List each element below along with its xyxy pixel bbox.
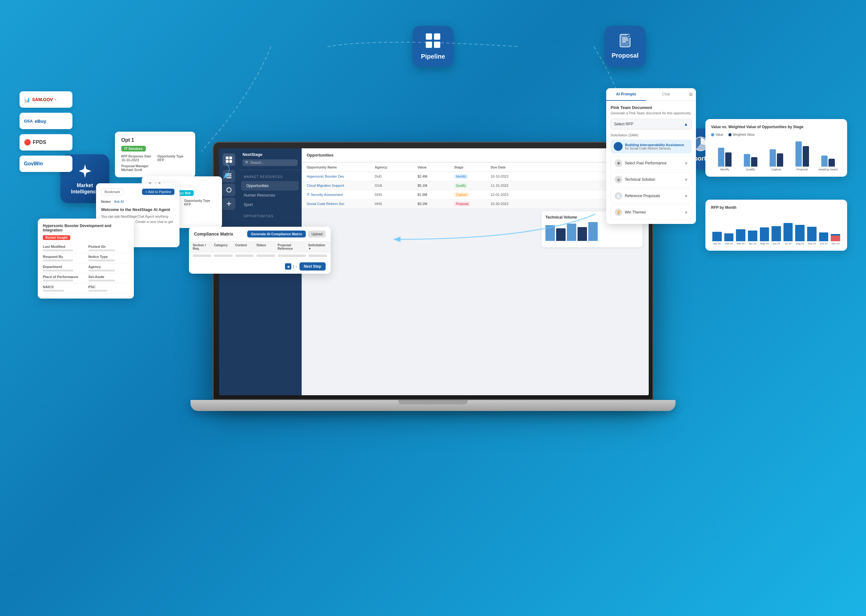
rfp-by-month-chart-card: RFP by Month Jan 24 Feb 24 Mar 24 Apr 24… (706, 200, 847, 251)
opt2-type-label: Opportunity Type (184, 199, 211, 203)
screen-main-content: Opportunities + Add Opportunity Name Age… (302, 148, 649, 395)
screen-topbar: Opportunities + Add (302, 148, 649, 162)
fpds-logo: 🔴 FPDS (19, 134, 72, 151)
pipeline-icon-box: Pipeline (413, 26, 453, 67)
ai-prompts-tab[interactable]: AI Prompts (606, 88, 646, 101)
ebuy-logo: GSA eBuy (19, 113, 72, 129)
next-step-btn[interactable]: Next Step (300, 262, 325, 270)
ref-proposals-item[interactable]: 📄 Reference Proposals ▾ (611, 189, 691, 203)
ebuy-text: eBuy (35, 118, 46, 124)
ai-doc-subtitle: Generate a Pink Team document for this o… (611, 111, 692, 115)
svg-rect-17 (226, 175, 231, 176)
sam-gov-text: SAM.GOV (32, 97, 53, 102)
win-themes-item[interactable]: 🏆 Win Themes ▾ (611, 205, 691, 219)
legend-weighted: Weighted Value (733, 133, 755, 137)
svg-rect-16 (226, 173, 231, 174)
svg-rect-0 (426, 33, 432, 40)
compliance-title: Compliance Matrix (194, 231, 233, 237)
nav-item-3[interactable] (223, 198, 235, 210)
opt1-pm-name: Michael Scott (121, 168, 189, 171)
bookmark-btn[interactable]: Bookmark (101, 188, 124, 195)
pipeline-icon (425, 33, 441, 52)
govwin-text: GovWin (24, 161, 43, 167)
proposal-icon-box: Proposal (605, 26, 646, 67)
nav-item-1[interactable] (223, 170, 235, 182)
svg-rect-1 (434, 33, 440, 40)
nav-opportunities[interactable]: Opportunities (241, 181, 299, 190)
svg-marker-11 (79, 164, 91, 178)
chart2-title: RFP by Month (711, 205, 841, 210)
select-rfp-value: Select RFP (614, 122, 633, 126)
table-row[interactable]: Social Code Reform Svc HHS $3.2M Proposa… (302, 200, 649, 209)
svg-rect-3 (434, 42, 440, 48)
nav-human-resources[interactable]: Human Resources (239, 190, 301, 200)
select-rfp-dropdown[interactable]: Select RFP ▲ (611, 119, 692, 129)
compliance-matrix-card: Compliance Matrix Generate AI Compliance… (189, 227, 331, 274)
sam-gov-logo: 📊 SAM.GOV ⭑ (19, 91, 72, 108)
search-bar[interactable]: 🔍 Search... (242, 159, 298, 166)
notes-label: Notes (101, 200, 111, 203)
nextstage-brand: NextStage (242, 152, 298, 157)
svg-rect-13 (229, 157, 232, 159)
chat-tab[interactable]: Chat (646, 88, 686, 100)
generate-compliance-btn[interactable]: Generate AI Compliance Matrix (247, 231, 306, 237)
upload-btn[interactable]: Upload (308, 231, 325, 237)
opt1-card: Opt 1 IT Services RFP Response Date 10-1… (115, 132, 195, 177)
govwin-logo: GovWin (19, 156, 72, 172)
rp-label: Reference Proposals (625, 194, 660, 198)
laptop-base (190, 400, 676, 411)
ai-doc-title: Pink Team Document (611, 105, 692, 110)
svg-rect-14 (226, 160, 229, 163)
svg-rect-12 (226, 157, 229, 159)
welcome-title: Welcome to the NextStage AI Agent (101, 207, 174, 212)
chart1-title: Value vs. Weighted Value of Opportunitie… (711, 125, 841, 129)
notes-value: Ask AI (114, 200, 124, 203)
add-to-pipeline-btn[interactable]: + Add to Pipeline (142, 189, 174, 195)
pipeline-label: Pipeline (421, 53, 445, 60)
laptop: NextStage 🔍 Search... Market Resources O… (212, 142, 654, 425)
proposal-icon (618, 34, 632, 51)
ts-label: Technical Solution (625, 177, 655, 182)
table-row[interactable]: Cloud Migration Support GSA $5.1M Qualif… (302, 181, 649, 190)
legend-value: Value (715, 133, 723, 137)
nav-item-2[interactable] (223, 184, 235, 196)
solicitation-label: Solicitation (SAM) (611, 133, 692, 137)
hypersonic-card: Hypersonic Booster Development and Integ… (38, 218, 134, 299)
mi-icon (77, 163, 93, 181)
opt1-tag: IT Services (121, 146, 189, 155)
svg-point-19 (227, 188, 231, 192)
svg-rect-15 (229, 160, 232, 163)
gsa-text: GSA (24, 119, 33, 123)
svg-rect-2 (426, 42, 432, 48)
mi-label-line1: Market (77, 182, 93, 188)
table-row[interactable]: IT Security Assessment DHS $1.8M Capture… (302, 190, 649, 200)
pp-label: Select Past Performance (625, 161, 666, 165)
wt-label: Win Themes (625, 210, 646, 214)
hypersonic-title: Hypersonic Booster Development and Integ… (43, 223, 129, 233)
logos-panel: 📊 SAM.GOV ⭑ GSA eBuy 🔴 FPDS GovWin (19, 91, 72, 172)
value-weighted-chart-card: Value vs. Weighted Value of Opportunitie… (706, 119, 847, 177)
svg-rect-18 (226, 177, 231, 178)
opt2-type-value: RFP (184, 203, 211, 206)
nav-sport[interactable]: Sport (239, 200, 301, 209)
fpds-text: FPDS (33, 140, 46, 145)
table-row[interactable]: Hypersonic Booster Dev DoD $2.4M Identif… (302, 172, 649, 181)
nav-section-label: Market Resources (239, 173, 301, 181)
tech-solution-item[interactable]: ◎ Technical Solution ▾ (611, 173, 691, 187)
expand-btn[interactable]: ⊞ (686, 88, 696, 100)
opt1-title: Opt 1 (121, 137, 189, 143)
opt1-type-value: RFP (157, 158, 184, 162)
opt1-rfp-label: RFP Response Date (121, 155, 151, 158)
mi-label-line2: Intelligence (71, 189, 99, 195)
opt1-rfp-date: 10-10-2023 (121, 158, 151, 162)
opt1-pm-label: Proposal Manager (121, 164, 189, 168)
hypersonic-tag: Rocket Sought (43, 235, 70, 240)
table-header: Opportunity Name Agency Value Stage Due … (302, 163, 649, 172)
opt1-type-label: Opportunity Type (157, 155, 184, 158)
proposal-label: Proposal (611, 52, 639, 59)
page-title-text: Opportunities (307, 153, 333, 157)
nav-section-label2: Opportunities (239, 212, 301, 220)
past-performance-item[interactable]: ⚙ Select Past Performance ▾ (611, 156, 691, 170)
ai-panel-card: AI Prompts Chat ⊞ Pink Team Document Gen… (606, 88, 696, 224)
